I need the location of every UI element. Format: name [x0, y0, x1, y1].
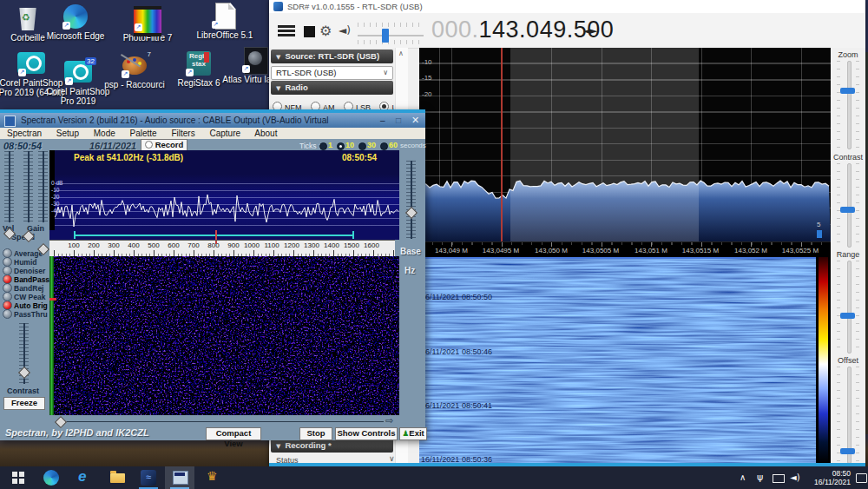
- waterfall-area[interactable]: 16/11/2021 08:50:50 16/11/2021 08:50:46 …: [419, 257, 839, 463]
- audio-spectrum[interactable]: Peak at 541.02Hz (-31.8dB) 08:50:54 0 dB…: [49, 150, 399, 230]
- offset-slider[interactable]: [837, 367, 859, 462]
- desktop-icon-edge[interactable]: ↗ Microsoft Edge: [43, 3, 108, 41]
- taskbar: e ≈ ♛ ∧ ψ ◄) 08:50 16/11/2021: [0, 466, 868, 489]
- menu-spectran[interactable]: Spectran: [7, 129, 42, 138]
- edge-icon: ↗: [61, 3, 90, 30]
- atlas-icon: ↗: [240, 47, 270, 73]
- vol-slider[interactable]: [4, 151, 14, 222]
- start-button[interactable]: [3, 466, 33, 489]
- volume-slider-track[interactable]: [358, 35, 424, 36]
- show-controls-button[interactable]: Show Controls: [335, 427, 398, 440]
- taskbar-spectran[interactable]: [165, 466, 194, 489]
- taskbar-sdrsharp[interactable]: ≈: [135, 466, 161, 489]
- db-label: -10: [422, 58, 432, 66]
- taskbar-edge[interactable]: [36, 466, 66, 489]
- source-select[interactable]: RTL-SDR (USB)∨: [271, 66, 393, 80]
- contrast-slider-thumb[interactable]: [840, 207, 855, 213]
- desktop-icon-libreoffice[interactable]: ↗ LibreOffice 5.1: [192, 3, 258, 40]
- zoom-slider[interactable]: [837, 61, 859, 148]
- tray-usb-icon[interactable]: ψ: [757, 466, 763, 489]
- frequency-step-arrows[interactable]: ◄►: [583, 25, 596, 36]
- zoom-scale-thumb[interactable]: [817, 230, 822, 238]
- rf-spectrum[interactable]: -10 -15 -20 5: [419, 48, 831, 241]
- minimize-button[interactable]: –: [380, 113, 385, 128]
- bandpass-range-line[interactable]: [74, 235, 354, 236]
- exit-button[interactable]: ♟Exit: [399, 427, 427, 440]
- stop-button[interactable]: [304, 26, 315, 37]
- ticks-radio-10[interactable]: [337, 142, 345, 150]
- ticks-radio-1[interactable]: [319, 142, 327, 150]
- source-section-header[interactable]: ▼Source: RTL-SDR (USB): [271, 50, 393, 63]
- menu-about[interactable]: About: [254, 129, 277, 138]
- desktop-icon-photofiltre[interactable]: ↗ PhotoFiltre 7: [115, 5, 181, 43]
- freq-tick-label: 143,0495 M: [476, 247, 526, 254]
- contrast-slider[interactable]: [19, 323, 29, 384]
- contrast-label: Contrast: [7, 387, 39, 395]
- taskbar-paintshop[interactable]: ♛: [198, 466, 227, 489]
- desktop-icon-psp[interactable]: 7 ↗ psp - Raccourci: [102, 52, 168, 89]
- audio-waterfall[interactable]: [49, 256, 399, 415]
- volume-slider-ticks-bottom: [358, 40, 424, 44]
- stop-button[interactable]: Stop: [299, 427, 332, 440]
- action-center-icon[interactable]: [856, 473, 867, 483]
- spectran-titlebar[interactable]: Spectran Version 2 (build 216) - Audio s…: [0, 113, 425, 128]
- waterfall-hscrollbar[interactable]: ⇨: [49, 416, 397, 426]
- waterfall-green-bar: [49, 256, 54, 415]
- base-slider-thumb[interactable]: [405, 207, 418, 219]
- volume-slider-thumb[interactable]: [382, 29, 389, 43]
- radio-section-header[interactable]: ▼Radio: [271, 81, 393, 95]
- status-chevron-icon[interactable]: ∨: [389, 454, 395, 463]
- speed-slider[interactable]: [38, 151, 48, 222]
- contrast-slider-thumb[interactable]: [18, 367, 30, 379]
- offset-slider-thumb[interactable]: [840, 448, 855, 454]
- bandpass-right-tick[interactable]: [352, 231, 354, 239]
- contrast-slider[interactable]: [837, 163, 859, 246]
- taskbar-file-explorer[interactable]: [102, 466, 132, 489]
- menu-hamburger-icon[interactable]: [278, 25, 295, 28]
- tray-chevron-icon[interactable]: ∧: [740, 466, 746, 489]
- taskbar-internet-explorer[interactable]: e: [69, 466, 99, 489]
- sdrsharp-titlebar[interactable]: SDR# v1.0.0.1555 - RTL-SDR (USB): [269, 0, 865, 13]
- menu-palette[interactable]: Palette: [130, 129, 157, 138]
- scale-pitch-tick: [215, 241, 217, 244]
- ticks-radio-30[interactable]: [358, 142, 366, 150]
- tray-network-icon[interactable]: [773, 474, 785, 483]
- recording-section-header[interactable]: ▼Recording *: [271, 439, 393, 453]
- compact-view-button[interactable]: Compact View: [206, 427, 261, 440]
- speaker-icon[interactable]: ◄): [339, 24, 351, 36]
- tuned-frequency-line[interactable]: [501, 48, 503, 241]
- close-button[interactable]: ✕: [411, 113, 419, 128]
- window-title: SDR# v1.0.0.1555 - RTL-SDR (USB): [287, 2, 423, 11]
- base-slider[interactable]: [406, 161, 416, 239]
- menu-filters[interactable]: Filters: [171, 129, 194, 138]
- crown-icon: ♛: [207, 469, 218, 483]
- gain-slider[interactable]: [23, 151, 33, 222]
- zoom-slider-thumb[interactable]: [840, 88, 855, 94]
- maximize-button[interactable]: □: [396, 113, 401, 128]
- shortcut-arrow-icon: ↗: [135, 23, 142, 31]
- tray-clock[interactable]: 08:50 16/11/2021: [807, 469, 851, 489]
- passthru-toggle[interactable]: [3, 309, 12, 319]
- bandpass-marker-strip[interactable]: [49, 230, 399, 240]
- tuning-band-overlay[interactable]: [510, 48, 699, 241]
- freeze-button[interactable]: Freeze: [3, 397, 45, 410]
- shortcut-arrow-icon: ↗: [122, 70, 129, 78]
- scrollbar-up-icon[interactable]: ∧: [398, 50, 404, 57]
- internet-explorer-icon: e: [78, 468, 86, 486]
- range-slider-thumb[interactable]: [840, 313, 855, 319]
- bandpass-left-tick[interactable]: [74, 231, 76, 239]
- ticks-radio-60[interactable]: [380, 142, 388, 150]
- tray-speaker-icon[interactable]: ◄): [790, 466, 800, 489]
- freq-tick-label: 143,049 M: [426, 247, 477, 254]
- spectran-taskbar-icon-bar: [174, 472, 185, 476]
- menu-capture[interactable]: Capture: [209, 129, 240, 138]
- hscroll-right-arrow-icon[interactable]: ⇨: [385, 415, 393, 426]
- range-slider[interactable]: [837, 261, 859, 352]
- menu-mode[interactable]: Mode: [94, 129, 115, 138]
- base-label: Base: [400, 247, 421, 256]
- settings-gear-icon[interactable]: ⚙: [319, 23, 332, 39]
- hscroll-thumb[interactable]: [55, 416, 67, 428]
- display-controls: Zoom Contrast Range Offset: [831, 48, 865, 466]
- cw-pitch-marker[interactable]: [215, 230, 217, 240]
- menu-setup[interactable]: Setup: [56, 129, 79, 138]
